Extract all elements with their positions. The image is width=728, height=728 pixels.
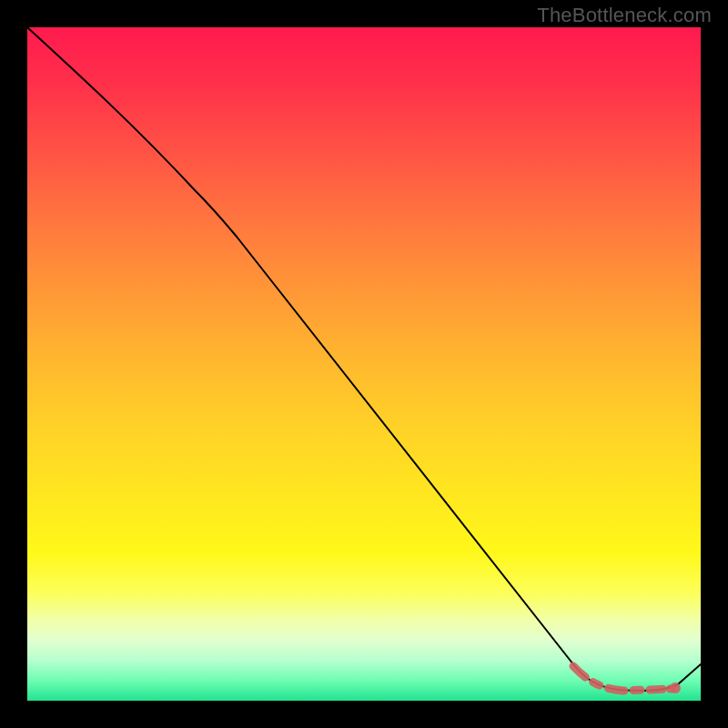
bottleneck-curve [27,27,701,691]
optimal-region-line [573,666,672,691]
plot-area [27,27,701,701]
optimal-point-marker [670,682,681,693]
chart-frame: TheBottleneck.com [0,0,728,728]
watermark-text: TheBottleneck.com [537,4,712,27]
chart-svg [27,27,701,701]
